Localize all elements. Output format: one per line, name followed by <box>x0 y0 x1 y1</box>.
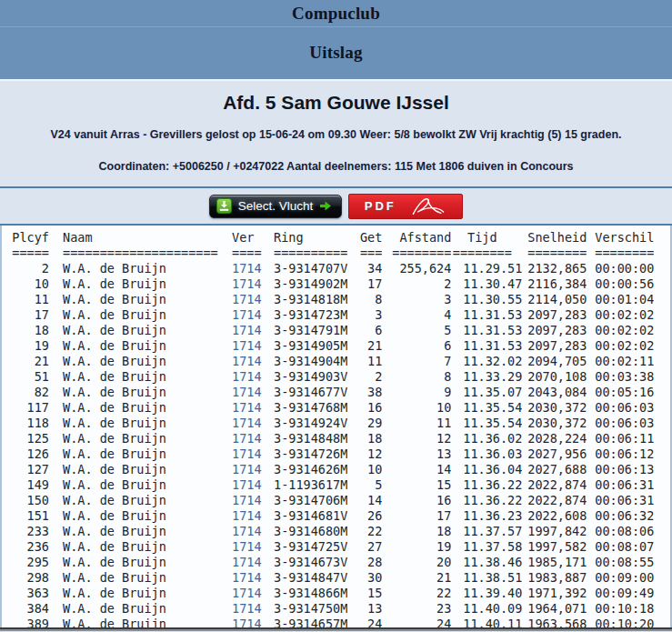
cell-snelheid: 2022,608 <box>522 508 587 524</box>
ver-link[interactable]: 1714 <box>218 446 262 462</box>
ver-link[interactable]: 1714 <box>218 570 262 586</box>
cell-verschil: 00:06:32 <box>587 508 654 524</box>
race-info-panel: Afd. 5 Sam Gouwe IJssel V24 vanuit Arras… <box>0 79 672 186</box>
cell-tijd: 11.39.40 <box>451 586 522 601</box>
col-header-verschil: Verschil <box>587 230 654 246</box>
ver-link[interactable]: 1714 <box>218 586 262 601</box>
cell-snelheid: 2132,865 <box>522 261 587 276</box>
cell-ring: 3-9314848M <box>262 431 347 446</box>
cell-snelheid: 1963,568 <box>522 617 587 627</box>
cell-afstand: 15 <box>382 477 451 493</box>
cell-verschil: 00:01:04 <box>587 292 654 307</box>
cell-get: 15 <box>347 586 382 601</box>
cell-ring: 1-1193617M <box>262 477 347 493</box>
site-header-band: Compuclub <box>0 0 672 27</box>
cell-snelheid: 2022,874 <box>522 477 587 493</box>
cell-plcyf: 295 <box>11 555 49 570</box>
table-row: 117W.A. de Bruijn17143-9314768M161011.35… <box>11 400 654 416</box>
page-title: Uitslag <box>0 43 672 63</box>
cell-afstand: 19 <box>382 539 451 555</box>
cell-verschil: 00:00:56 <box>587 276 654 292</box>
cell-ring: 3-9314750M <box>262 601 347 617</box>
ver-link[interactable]: 1714 <box>218 524 262 539</box>
ver-link[interactable]: 1714 <box>218 385 262 400</box>
cell-tijd: 11.40.09 <box>451 601 522 617</box>
cell-afstand: 3 <box>382 292 451 307</box>
cell-ring: 3-9314706M <box>262 493 347 508</box>
cell-get: 11 <box>347 354 382 369</box>
toolbar: Select. Vlucht PDF <box>0 188 672 224</box>
col-header-naam: Naam <box>49 230 218 246</box>
cell-snelheid: 2097,283 <box>522 323 587 338</box>
cell-verschil: 00:10:18 <box>587 601 654 617</box>
ver-link[interactable]: 1714 <box>218 555 262 570</box>
cell-get: 5 <box>347 477 382 493</box>
cell-snelheid: 2070,108 <box>522 369 587 385</box>
ver-link[interactable]: 1714 <box>218 493 262 508</box>
cell-afstand: 20 <box>382 555 451 570</box>
cell-snelheid: 2043,084 <box>522 385 587 400</box>
ver-link[interactable]: 1714 <box>218 354 262 369</box>
table-row: 127W.A. de Bruijn17143-9314626M101411.36… <box>11 462 654 477</box>
ver-link[interactable]: 1714 <box>218 276 262 292</box>
cell-snelheid: 1964,071 <box>522 601 587 617</box>
cell-tijd: 11.35.54 <box>451 416 522 431</box>
cell-naam: W.A. de Bruijn <box>49 323 218 338</box>
table-row: 298W.A. de Bruijn17143-9314847V302111.38… <box>11 570 654 586</box>
ver-link[interactable]: 1714 <box>218 462 262 477</box>
table-row: 51W.A. de Bruijn17143-9314903V2811.33.29… <box>11 369 654 385</box>
cell-ring: 3-9314768M <box>262 400 347 416</box>
cell-plcyf: 149 <box>11 477 49 493</box>
cell-afstand: 11 <box>382 416 451 431</box>
cell-afstand: 9 <box>382 385 451 400</box>
ver-link[interactable]: 1714 <box>218 601 262 617</box>
ver-link[interactable]: 1714 <box>218 539 262 555</box>
cell-afstand: 12 <box>382 431 451 446</box>
cell-plcyf: 19 <box>11 338 49 354</box>
col-header-get: Get <box>347 230 382 246</box>
col-separator-afstand: ======== <box>382 246 451 261</box>
coordinates-line: Coordinaten: +5006250 / +0247022 Aantal … <box>0 160 672 173</box>
select-vlucht-button[interactable]: Select. Vlucht <box>209 195 343 218</box>
select-vlucht-label: Select. Vlucht <box>238 199 314 213</box>
ver-link[interactable]: 1714 <box>218 369 262 385</box>
ver-link[interactable]: 1714 <box>218 292 262 307</box>
cell-snelheid: 1983,887 <box>522 570 587 586</box>
ver-link[interactable]: 1714 <box>218 338 262 354</box>
cell-get: 14 <box>347 493 382 508</box>
cell-afstand: 24 <box>382 617 451 627</box>
cell-tijd: 11.36.04 <box>451 462 522 477</box>
cell-naam: W.A. de Bruijn <box>49 416 218 431</box>
ver-link[interactable]: 1714 <box>218 477 262 493</box>
cell-naam: W.A. de Bruijn <box>49 338 218 354</box>
ver-link[interactable]: 1714 <box>218 400 262 416</box>
col-header-ring: Ring <box>262 230 347 246</box>
cell-tijd: 11.30.55 <box>451 292 522 307</box>
ver-link[interactable]: 1714 <box>218 261 262 276</box>
results-table-body: 2W.A. de Bruijn17143-9314707V34255,62411… <box>11 261 654 627</box>
ver-link[interactable]: 1714 <box>218 323 262 338</box>
table-row: 150W.A. de Bruijn17143-9314706M141611.36… <box>11 493 654 508</box>
cell-ring: 3-9314791M <box>262 323 347 338</box>
table-row: 19W.A. de Bruijn17143-9314905M21611.31.5… <box>11 338 654 354</box>
ver-link[interactable]: 1714 <box>218 431 262 446</box>
cell-tijd: 11.29.51 <box>451 261 522 276</box>
cell-verschil: 00:05:16 <box>587 385 654 400</box>
col-header-tijd: Tijd <box>451 230 522 246</box>
cell-get: 22 <box>347 524 382 539</box>
ver-link[interactable]: 1714 <box>218 617 262 627</box>
cell-plcyf: 2 <box>11 261 49 276</box>
ver-link[interactable]: 1714 <box>218 416 262 431</box>
cell-get: 21 <box>347 338 382 354</box>
cell-naam: W.A. de Bruijn <box>49 354 218 369</box>
col-separator-get: === <box>347 246 382 261</box>
pdf-button[interactable]: PDF <box>348 194 463 219</box>
table-row: 82W.A. de Bruijn17143-9314677V38911.35.0… <box>11 385 654 400</box>
ver-link[interactable]: 1714 <box>218 307 262 323</box>
ver-link[interactable]: 1714 <box>218 508 262 524</box>
col-header-snelheid: Snelheid <box>522 230 587 246</box>
table-row: 125W.A. de Bruijn17143-9314848M181211.36… <box>11 431 654 446</box>
cell-ring: 3-9314903V <box>262 369 347 385</box>
results-table-head: PlcyfNaamVerRingGetAfstandTijdSnelheidVe… <box>11 230 654 261</box>
cell-get: 6 <box>347 323 382 338</box>
